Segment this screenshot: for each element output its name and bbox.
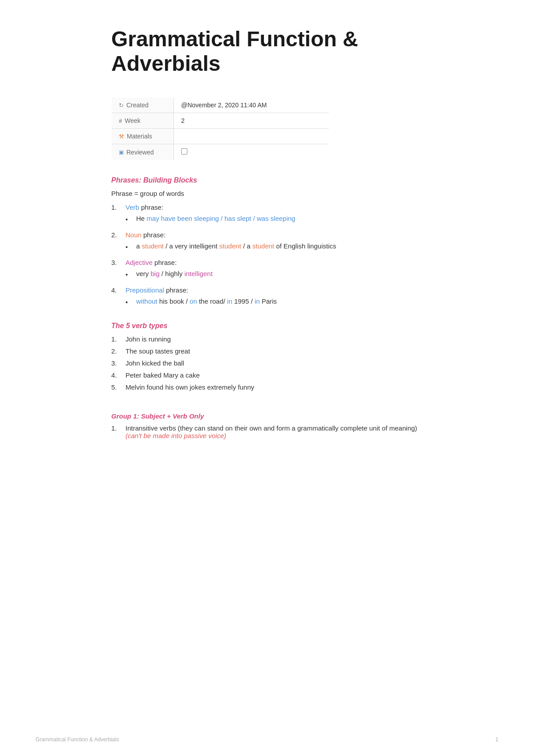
list-number: 1. [111, 203, 121, 211]
preposition-label: Prepositional [125, 286, 164, 294]
clock-icon: ↻ [119, 102, 124, 109]
intransitive-text: Intransitive verbs (they can stand on th… [125, 424, 417, 432]
list-content: The soup tastes great [125, 347, 423, 355]
bullet-text: He may have been sleeping / has slept / … [136, 215, 295, 222]
verb-types-section: The 5 verb types 1. John is running 2. T… [111, 322, 423, 391]
list-number: 3. [111, 259, 121, 266]
list-item: 1. Intransitive verbs (they can stand on… [111, 424, 423, 439]
metadata-key-created: Created [126, 102, 149, 109]
list-number: 1. [111, 424, 121, 432]
list-number: 1. [111, 335, 121, 343]
list-number: 2. [111, 347, 121, 355]
bullet-sublist: • a student / a very intelligent student… [125, 242, 423, 251]
adjective-label: Adjective [125, 259, 153, 266]
hash-icon: # [119, 118, 122, 124]
bullet-sublist: • without his book / on the road/ in 199… [125, 297, 423, 306]
metadata-row-materials: ⚒ Materials [112, 129, 329, 144]
passive-voice-note: (can't be made into passive voice) [125, 432, 226, 439]
list-item: 4. Peter baked Mary a cake [111, 371, 423, 379]
footer-title: Grammatical Function & Adverbials [36, 736, 119, 743]
noun-label: Noun [125, 231, 142, 239]
bullet-sublist: • He may have been sleeping / has slept … [125, 215, 423, 223]
list-number: 4. [111, 371, 121, 379]
metadata-table: ↻ Created @November 2, 2020 11:40 AM # W… [111, 97, 329, 160]
bullet-text: a student / a very intelligent student /… [136, 242, 336, 250]
list-item: 5. Melvin found his own jokes extremely … [111, 383, 423, 391]
list-content: Noun phrase: • a student / a very intell… [125, 231, 423, 254]
list-item: 2. Noun phrase: • a student / a very int… [111, 231, 423, 254]
bullet-sublist: • very big / highly intelligent [125, 270, 423, 278]
list-item: 4. Prepositional phrase: • without his b… [111, 286, 423, 309]
footer-page: 1 [495, 736, 498, 743]
list-number: 3. [111, 359, 121, 367]
metadata-key-reviewed: Reviewed [126, 149, 154, 156]
list-item: 1. Verb phrase: • He may have been sleep… [111, 203, 423, 227]
group1-section: Group 1: Subject + Verb Only 1. Intransi… [111, 412, 423, 439]
bullet-text: without his book / on the road/ in 1995 … [136, 297, 277, 305]
list-item: • He may have been sleeping / has slept … [125, 215, 423, 223]
metadata-row-week: # Week 2 [112, 113, 329, 129]
list-number: 2. [111, 231, 121, 239]
list-item: 1. John is running [111, 335, 423, 343]
phrase-label: phrase: [139, 203, 163, 211]
list-content: John is running [125, 335, 423, 343]
metadata-value-created: @November 2, 2020 11:40 AM [181, 102, 267, 109]
verb-label: Verb [125, 203, 139, 211]
verb-types-heading: The 5 verb types [111, 322, 423, 330]
list-item: 3. Adjective phrase: • very big / highly… [111, 259, 423, 282]
group1-list: 1. Intransitive verbs (they can stand on… [111, 424, 423, 439]
phrase-label: phrase: [153, 259, 177, 266]
metadata-row-created: ↻ Created @November 2, 2020 11:40 AM [112, 98, 329, 113]
group1-heading: Group 1: Subject + Verb Only [111, 412, 423, 420]
metadata-key-week: Week [125, 117, 141, 124]
list-content: Melvin found his own jokes extremely fun… [125, 383, 423, 391]
bullet-dot: • [125, 271, 133, 278]
footer: Grammatical Function & Adverbials 1 [0, 736, 534, 743]
bullet-dot: • [125, 243, 133, 251]
phrase-label: phrase: [164, 286, 188, 294]
list-item: • very big / highly intelligent [125, 270, 423, 278]
metadata-value-week: 2 [181, 117, 185, 124]
list-item: 2. The soup tastes great [111, 347, 423, 355]
verb-types-list: 1. John is running 2. The soup tastes gr… [111, 335, 423, 391]
bullet-dot: • [125, 215, 133, 223]
page-title: Grammatical Function & Adverbials [111, 27, 423, 76]
bullet-dot: • [125, 298, 133, 306]
tag-icon: ⚒ [119, 133, 124, 140]
reviewed-checkbox[interactable] [181, 148, 187, 154]
phrase-label: phrase: [142, 231, 166, 239]
metadata-row-reviewed: ▣ Reviewed [112, 144, 329, 160]
bullet-text: very big / highly intelligent [136, 270, 213, 277]
phrase-intro: Phrase = group of words [111, 190, 423, 197]
checkbox-icon: ▣ [119, 149, 124, 155]
list-number: 4. [111, 286, 121, 294]
phrases-section: Phrases: Building Blocks Phrase = group … [111, 176, 423, 309]
list-content: John kicked the ball [125, 359, 423, 367]
list-number: 5. [111, 383, 121, 391]
metadata-key-materials: Materials [127, 133, 152, 140]
list-content: Peter baked Mary a cake [125, 371, 423, 379]
list-content: Adjective phrase: • very big / highly in… [125, 259, 423, 282]
phrases-heading: Phrases: Building Blocks [111, 176, 423, 184]
list-content: Intransitive verbs (they can stand on th… [125, 424, 423, 439]
list-content: Prepositional phrase: • without his book… [125, 286, 423, 309]
list-item: 3. John kicked the ball [111, 359, 423, 367]
phrase-list: 1. Verb phrase: • He may have been sleep… [111, 203, 423, 309]
list-item: • a student / a very intelligent student… [125, 242, 423, 251]
list-item: • without his book / on the road/ in 199… [125, 297, 423, 306]
list-content: Verb phrase: • He may have been sleeping… [125, 203, 423, 227]
